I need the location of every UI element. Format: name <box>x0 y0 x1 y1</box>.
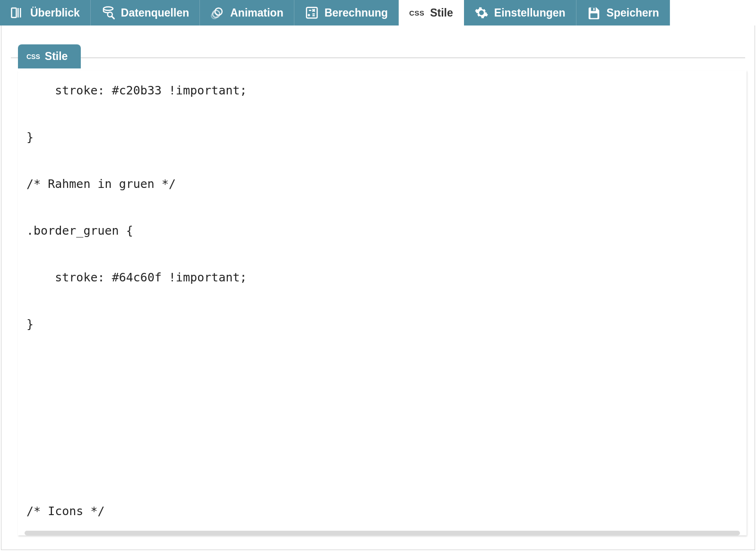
animation-icon <box>210 6 224 20</box>
svg-rect-20 <box>590 13 597 18</box>
tab-label: Berechnung <box>325 7 388 19</box>
overview-icon <box>10 6 25 20</box>
save-icon <box>587 6 601 20</box>
css-code-editor[interactable]: stroke: #c20b33 !important; } /* Rahmen … <box>18 70 747 535</box>
svg-rect-0 <box>12 8 17 17</box>
svg-rect-19 <box>593 8 594 10</box>
svg-rect-9 <box>306 8 317 18</box>
tab-animation[interactable]: Animation <box>200 0 294 25</box>
tab-label: Animation <box>230 7 283 19</box>
calculation-icon <box>305 6 319 20</box>
data-search-icon <box>101 6 115 20</box>
content-area: CSS Stile stroke: #c20b33 !important; } … <box>1 25 755 550</box>
tab-settings[interactable]: Einstellungen <box>464 0 576 25</box>
tab-label: Datenquellen <box>121 7 189 19</box>
tab-label: Einstellungen <box>494 7 566 19</box>
tab-overview[interactable]: Überblick <box>0 0 91 25</box>
section-divider <box>11 58 745 58</box>
section-wrapper: CSS Stile stroke: #c20b33 !important; } … <box>11 44 745 535</box>
tab-save[interactable]: Speichern <box>576 0 670 25</box>
section-tab-label: Stile <box>45 50 68 63</box>
tab-label: Stile <box>430 7 453 19</box>
tab-label: Überblick <box>30 7 80 19</box>
css-icon: CSS <box>409 9 424 17</box>
horizontal-scrollbar[interactable] <box>25 531 740 535</box>
tab-calculation[interactable]: Berechnung <box>294 0 399 25</box>
svg-line-5 <box>112 17 114 19</box>
svg-point-8 <box>212 13 218 19</box>
tabs-bar: Überblick Datenquellen Animation <box>0 0 756 25</box>
css-icon: CSS <box>26 53 40 60</box>
code-panel: stroke: #c20b33 !important; } /* Rahmen … <box>18 70 747 535</box>
section-tab-styles[interactable]: CSS Stile <box>18 44 81 68</box>
tab-data-sources[interactable]: Datenquellen <box>91 0 200 25</box>
svg-point-17 <box>480 11 483 15</box>
svg-point-3 <box>103 7 113 11</box>
tab-label: Speichern <box>607 7 659 19</box>
gear-icon <box>474 6 489 20</box>
tab-styles[interactable]: CSS Stile <box>399 0 464 25</box>
